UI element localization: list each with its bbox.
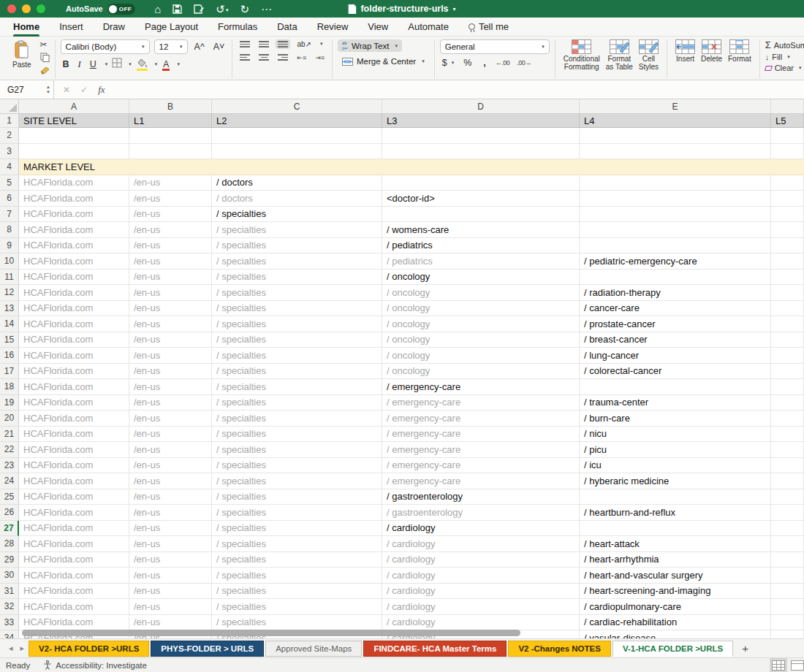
cell-E32[interactable]: / cardiopulmonary-care	[580, 599, 771, 615]
cell-F10[interactable]	[771, 253, 804, 270]
row-header-31[interactable]: 31	[0, 584, 19, 600]
cell-E15[interactable]: / breast-cancer	[580, 332, 771, 348]
row-header-24[interactable]: 24	[0, 473, 19, 489]
row-header-33[interactable]: 33	[0, 615, 19, 631]
cell-E10[interactable]: / pediatric-emergency-care	[580, 253, 771, 270]
cell-A9[interactable]: HCAFlorida.com	[19, 238, 129, 254]
cell-F31[interactable]	[771, 584, 804, 600]
cell-E27[interactable]	[580, 521, 771, 537]
row-header-29[interactable]: 29	[0, 552, 19, 568]
cell-F14[interactable]	[771, 316, 804, 332]
row-header-15[interactable]: 15	[0, 332, 19, 348]
cell-B28[interactable]: /en-us	[129, 536, 212, 552]
cell-A19[interactable]: HCAFlorida.com	[19, 395, 129, 411]
cell-C15[interactable]: / specialties	[212, 332, 382, 348]
cell-F12[interactable]	[771, 285, 804, 301]
cell-E26[interactable]: / heartburn-and-reflux	[580, 505, 771, 521]
cell-D5[interactable]	[382, 175, 580, 191]
cell-B29[interactable]: /en-us	[129, 552, 212, 568]
cell-D19[interactable]: / emergency-care	[382, 395, 580, 411]
row-header-8[interactable]: 8	[0, 222, 19, 238]
undo-icon[interactable]: ↺▾	[216, 4, 228, 15]
cut-icon[interactable]: ✂	[40, 39, 50, 50]
cell-E3[interactable]	[580, 144, 771, 160]
cell-B18[interactable]: /en-us	[129, 379, 212, 395]
cell-A16[interactable]: HCAFlorida.com	[19, 348, 129, 364]
document-title-control[interactable]: folder-structure-urls ▾	[348, 4, 455, 14]
cell-A25[interactable]: HCAFlorida.com	[19, 489, 129, 505]
row-header-12[interactable]: 12	[0, 285, 19, 301]
cell-B25[interactable]: /en-us	[129, 489, 212, 505]
cell-F28[interactable]	[771, 536, 804, 552]
cell-E19[interactable]: / trauma-center	[580, 395, 771, 411]
tab-scroll-left-icon[interactable]: ◂	[9, 644, 13, 653]
cell-A4[interactable]: MARKET LEVEL	[19, 159, 129, 175]
ribbon-tab-automate[interactable]: Automate	[408, 18, 449, 37]
cell-B26[interactable]: /en-us	[129, 505, 212, 521]
cell-A26[interactable]: HCAFlorida.com	[19, 505, 129, 521]
cell-C7[interactable]: / specialties	[212, 207, 382, 223]
row-header-3[interactable]: 3	[0, 144, 19, 160]
cell-D2[interactable]	[382, 128, 580, 144]
cell-B6[interactable]: /en-us	[129, 191, 212, 207]
cell-F29[interactable]	[771, 552, 804, 568]
page-layout-view-icon[interactable]	[791, 660, 804, 671]
column-header-B[interactable]: B	[129, 99, 212, 113]
cell-C24[interactable]: / specialties	[212, 473, 382, 489]
format-painter-icon[interactable]	[40, 66, 50, 77]
cell-A22[interactable]: HCAFlorida.com	[19, 442, 129, 458]
number-format-select[interactable]: General ▾	[440, 39, 550, 54]
cell-E17[interactable]: / colorectal-cancer	[580, 364, 771, 380]
autosum-button[interactable]: Σ AutoSum▾	[765, 39, 804, 50]
cell-C2[interactable]	[212, 128, 382, 144]
orientation-icon[interactable]: ab↗	[295, 40, 314, 48]
select-all-corner[interactable]	[0, 99, 19, 113]
cell-D8[interactable]: / womens-care	[382, 222, 580, 238]
cell-F23[interactable]	[771, 458, 804, 474]
cell-E25[interactable]	[580, 489, 771, 505]
row-header-30[interactable]: 30	[0, 568, 19, 584]
cell-B11[interactable]: /en-us	[129, 270, 212, 286]
cell-F30[interactable]	[771, 568, 804, 584]
cell-C19[interactable]: / specialties	[212, 395, 382, 411]
cell-F16[interactable]	[771, 348, 804, 364]
cell-F2[interactable]	[771, 128, 804, 144]
cell-D18[interactable]: / emergency-care	[382, 379, 580, 395]
borders-icon[interactable]	[112, 58, 122, 71]
cell-D25[interactable]: / gastroenterology	[382, 489, 580, 505]
row-header-22[interactable]: 22	[0, 442, 19, 458]
cell-D22[interactable]: / emergency-care	[382, 442, 580, 458]
cell-E29[interactable]: / heart-arrhythmia	[580, 552, 771, 568]
cell-C33[interactable]: / specialties	[212, 615, 382, 631]
cell-A6[interactable]: HCAFlorida.com	[19, 191, 129, 207]
cell-E23[interactable]: / icu	[580, 458, 771, 474]
cell-B9[interactable]: /en-us	[129, 238, 212, 254]
cell-D15[interactable]: / oncology	[382, 332, 580, 348]
save-icon[interactable]	[172, 4, 182, 14]
cell-C26[interactable]: / specialties	[212, 505, 382, 521]
cell-F15[interactable]	[771, 332, 804, 348]
cell-D10[interactable]: / pediatrics	[382, 253, 580, 270]
cell-E11[interactable]	[580, 270, 771, 286]
ribbon-tab-formulas[interactable]: Formulas	[218, 18, 257, 37]
copy-icon[interactable]	[40, 53, 50, 64]
align-center-icon[interactable]	[257, 53, 271, 62]
cell-E34[interactable]: / vasular-disease	[580, 630, 771, 638]
cell-B14[interactable]: /en-us	[129, 316, 212, 332]
cell-A3[interactable]	[19, 144, 129, 160]
ribbon-tab-home[interactable]: Home	[13, 18, 39, 37]
enter-icon[interactable]: ✓	[80, 85, 88, 95]
cell-D32[interactable]: / cardiology	[382, 599, 580, 615]
cell-F24[interactable]	[771, 473, 804, 489]
cell-A21[interactable]: HCAFlorida.com	[19, 427, 129, 443]
cell-E5[interactable]	[580, 175, 771, 191]
cell-C22[interactable]: / specialties	[212, 442, 382, 458]
cell-A7[interactable]: HCAFlorida.com	[19, 207, 129, 223]
ribbon-tab-data[interactable]: Data	[277, 18, 297, 37]
cell-C28[interactable]: / specialties	[212, 536, 382, 552]
cell-F3[interactable]	[771, 144, 804, 160]
ribbon-tab-page-layout[interactable]: Page Layout	[145, 18, 198, 37]
autosave-toggle[interactable]: OFF	[107, 4, 136, 15]
cell-F1[interactable]: L5	[771, 114, 804, 128]
row-header-20[interactable]: 20	[0, 411, 19, 427]
